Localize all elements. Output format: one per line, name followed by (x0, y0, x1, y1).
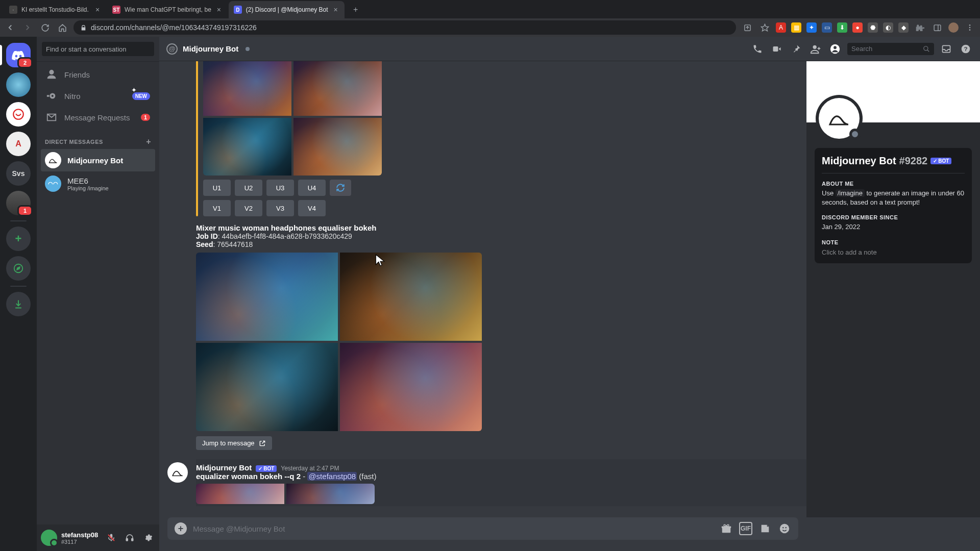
extension-icon[interactable]: ◆ (898, 22, 909, 33)
share-icon[interactable] (741, 21, 753, 34)
jump-to-message-button[interactable]: Jump to message (196, 436, 272, 450)
generated-image[interactable] (203, 61, 291, 116)
add-server-button[interactable]: + (6, 227, 31, 251)
job-id-line: Job ID: 44ba4efb-f4f8-484a-a628-b7933620… (196, 232, 798, 240)
message-list[interactable]: U1 U2 U3 U4 V1 V2 V3 V4 (159, 61, 806, 517)
composer-input[interactable]: Message @Midjourney Bot (193, 524, 714, 533)
v4-button[interactable]: V4 (298, 200, 326, 216)
note-input[interactable]: Click to add a note (822, 248, 965, 256)
svg-rect-12 (47, 95, 50, 97)
image-grid[interactable] (203, 61, 382, 176)
reroll-button[interactable] (330, 180, 351, 196)
unread-badge: 2 (17, 57, 33, 68)
extension-icon[interactable]: ◐ (883, 22, 893, 33)
dm-search-input[interactable]: Find or start a conversation (42, 42, 154, 56)
generated-image[interactable] (196, 484, 284, 504)
dm-item-midjourney[interactable]: Midjourney Bot (41, 149, 155, 171)
nitro-nav[interactable]: Nitro ✦ NEW (41, 85, 155, 107)
image-grid[interactable] (196, 484, 375, 504)
side-panel-icon[interactable] (931, 21, 943, 34)
server-icon[interactable]: Svs (6, 161, 31, 186)
reload-button[interactable] (39, 21, 51, 34)
pinned-messages-button[interactable] (789, 42, 803, 56)
server-icon[interactable]: 1 (6, 191, 31, 215)
home-button[interactable] (56, 21, 68, 34)
message-avatar[interactable] (167, 462, 188, 483)
forward-button[interactable] (21, 21, 34, 34)
u2-button[interactable]: U2 (235, 180, 262, 196)
self-avatar[interactable] (41, 530, 57, 546)
image-grid[interactable] (196, 253, 482, 431)
extension-icon[interactable]: ✦ (806, 22, 817, 33)
close-icon[interactable]: × (94, 6, 101, 13)
v1-button[interactable]: V1 (203, 200, 231, 216)
attach-button[interactable]: + (175, 522, 187, 535)
profile-avatar[interactable] (816, 95, 863, 142)
create-dm-button[interactable]: + (146, 137, 151, 146)
dm-item-mee6[interactable]: ◠◠ MEE6 Playing /imagine (41, 172, 155, 195)
download-apps-button[interactable] (6, 292, 31, 316)
extension-icon[interactable]: ⬇ (837, 22, 847, 33)
v3-button[interactable]: V3 (266, 200, 294, 216)
extension-icon[interactable]: ● (852, 22, 863, 33)
inbox-button[interactable] (939, 42, 953, 56)
v2-button[interactable]: V2 (235, 200, 262, 216)
message-requests-nav[interactable]: Message Requests 1 (41, 107, 155, 128)
external-link-icon (259, 440, 266, 447)
url-text: discord.com/channels/@me/106344374919731… (91, 23, 257, 32)
user-profile-button[interactable] (828, 42, 842, 56)
sticker-button[interactable] (758, 522, 772, 535)
emoji-button[interactable] (778, 522, 791, 535)
browser-chrome: · KI erstellt Tonstudio-Bild. × ST Wie m… (0, 0, 980, 37)
u4-button[interactable]: U4 (298, 180, 326, 196)
explore-button[interactable] (6, 256, 31, 281)
generated-image[interactable] (293, 118, 382, 176)
browser-tab[interactable]: ST Wie man ChatGPT beibringt, be × (107, 1, 228, 18)
extension-icon[interactable]: A (776, 22, 786, 33)
extension-icon[interactable]: ▭ (822, 22, 832, 33)
chrome-menu-icon[interactable] (964, 21, 976, 34)
video-call-button[interactable] (770, 42, 784, 56)
generated-image[interactable] (340, 253, 482, 341)
user-settings-button[interactable] (141, 531, 155, 545)
browser-toolbar: discord.com/channels/@me/106344374919731… (0, 18, 980, 37)
mute-mic-button[interactable] (104, 531, 118, 545)
close-icon[interactable]: × (332, 6, 339, 13)
deafen-button[interactable] (122, 531, 137, 545)
browser-tab[interactable]: · KI erstellt Tonstudio-Bild. × (4, 1, 106, 18)
close-icon[interactable]: × (215, 6, 223, 13)
generated-image[interactable] (203, 118, 291, 176)
help-button[interactable]: ? (959, 42, 973, 56)
new-tab-button[interactable]: + (349, 3, 363, 17)
u3-button[interactable]: U3 (266, 180, 294, 196)
extension-icon[interactable]: ▦ (791, 22, 801, 33)
generated-image[interactable] (286, 484, 375, 504)
favicon: · (9, 6, 17, 14)
generated-image[interactable] (293, 61, 382, 116)
message-author[interactable]: Midjourney Bot (196, 463, 252, 472)
bookmark-star-icon[interactable] (758, 21, 771, 34)
browser-tab[interactable]: D (2) Discord | @Midjourney Bot × (229, 1, 345, 18)
address-bar[interactable]: discord.com/channels/@me/106344374919731… (74, 20, 736, 35)
search-input[interactable]: Search (847, 43, 934, 55)
generated-image[interactable] (340, 343, 482, 431)
note-heading: NOTE (822, 239, 965, 245)
dm-home-button[interactable]: 2 (6, 43, 31, 67)
generated-image[interactable] (196, 253, 338, 341)
server-icon[interactable] (6, 102, 31, 127)
u1-button[interactable]: U1 (203, 180, 231, 196)
server-icon[interactable]: A (6, 132, 31, 156)
user-mention[interactable]: @stefanstp08 (307, 472, 357, 481)
gift-button[interactable] (720, 522, 733, 535)
gif-button[interactable]: GIF (739, 522, 752, 535)
svg-marker-9 (17, 267, 20, 270)
voice-call-button[interactable] (750, 42, 765, 56)
generated-image[interactable] (196, 343, 338, 431)
back-button[interactable] (4, 21, 16, 34)
profile-avatar-icon[interactable] (948, 22, 959, 33)
extensions-menu-icon[interactable] (914, 21, 926, 34)
extension-icon[interactable]: ⬣ (868, 22, 878, 33)
add-friends-button[interactable] (808, 42, 823, 56)
friends-nav[interactable]: Friends (41, 64, 155, 85)
server-icon[interactable] (6, 72, 31, 97)
